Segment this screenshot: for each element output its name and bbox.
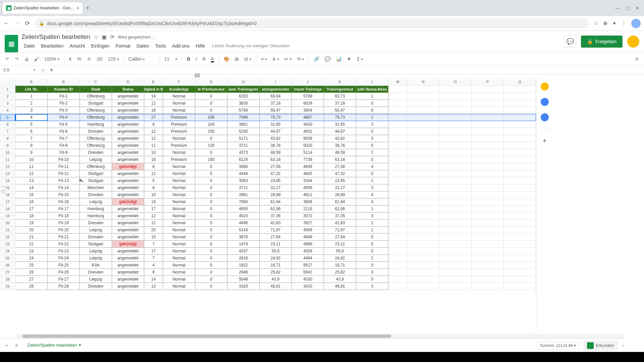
cell[interactable]: angemeldet <box>112 276 144 283</box>
cell[interactable]: Normal <box>163 149 195 156</box>
text-color-button[interactable]: A <box>209 55 216 64</box>
cell[interactable] <box>472 241 504 248</box>
cell[interactable]: 5048 <box>227 276 260 283</box>
column-header[interactable]: D <box>112 78 144 86</box>
share-button[interactable]: 🔒 Freigeben <box>581 36 623 48</box>
menu-item-ansicht[interactable]: Ansicht <box>67 42 87 50</box>
cell[interactable]: Fit-15 <box>48 191 80 198</box>
text-rotation-dropdown[interactable]: ⟲▾ <box>295 55 306 63</box>
cell[interactable]: 3183 <box>227 283 260 290</box>
cell[interactable]: angemeldet <box>112 121 144 128</box>
column-header[interactable]: L <box>356 78 388 86</box>
cell[interactable]: Premium <box>163 114 195 121</box>
cell[interactable]: Fit-21 <box>48 234 80 241</box>
cell[interactable] <box>504 135 536 142</box>
cell[interactable]: 3 <box>356 269 388 276</box>
extensions-icon[interactable]: ✦ <box>612 20 616 26</box>
cell[interactable] <box>439 149 472 156</box>
cell[interactable]: 4 <box>356 198 388 205</box>
cell[interactable]: 10 <box>144 191 163 198</box>
cell[interactable]: 16,71 <box>324 262 356 269</box>
cell[interactable]: 16 <box>144 156 163 163</box>
decrease-decimal-button[interactable]: .0 <box>85 55 93 63</box>
column-header[interactable]: J <box>292 78 324 86</box>
cell[interactable]: 26 <box>15 269 48 276</box>
cell[interactable]: 4448 <box>227 170 260 177</box>
menu-item-tools[interactable]: Tools <box>153 42 168 50</box>
cell[interactable]: Fit-14 <box>48 184 80 191</box>
cell[interactable]: 0 <box>195 149 227 156</box>
cell[interactable]: 20 <box>144 227 163 234</box>
cell[interactable]: 2946 <box>227 269 260 276</box>
cell[interactable] <box>472 114 504 121</box>
cell[interactable]: 27 <box>144 114 163 121</box>
cell[interactable]: 4558 <box>292 184 324 191</box>
cell[interactable]: 62,06 <box>260 205 292 213</box>
cell[interactable]: Fit-20 <box>48 227 80 234</box>
cell[interactable] <box>388 128 407 135</box>
cell[interactable]: Leipzig <box>80 227 112 234</box>
cell[interactable] <box>407 156 439 163</box>
cell[interactable] <box>504 220 536 227</box>
cell[interactable]: 2 <box>356 255 388 262</box>
cell[interactable]: 38,76 <box>260 142 292 149</box>
cell[interactable] <box>439 213 472 220</box>
cell[interactable] <box>472 255 504 262</box>
cell[interactable]: 0 <box>195 198 227 205</box>
cell[interactable] <box>472 156 504 163</box>
cell[interactable]: Stuttgart <box>80 170 112 177</box>
cell[interactable]: 0 <box>195 220 227 227</box>
cell[interactable] <box>472 283 504 290</box>
cell[interactable] <box>388 262 407 269</box>
last-edit-info[interactable]: Letzte Änderung vor wenigen Sekunden <box>212 42 289 50</box>
cell[interactable]: angemeldet <box>112 248 144 255</box>
reload-button[interactable]: ⟳ <box>25 20 30 27</box>
cell[interactable]: Normal <box>163 191 195 198</box>
row-header[interactable]: 9 <box>0 142 15 149</box>
cell[interactable]: 10 <box>144 234 163 241</box>
cell[interactable]: Fit-13 <box>48 177 80 184</box>
all-sheets-button[interactable]: ≡ <box>13 342 20 349</box>
row-header[interactable]: 18 <box>0 205 15 213</box>
cell[interactable] <box>388 142 407 149</box>
column-header[interactable]: N <box>407 78 439 86</box>
cell[interactable]: 71,87 <box>324 227 356 234</box>
cell[interactable]: 48,59 <box>324 149 356 156</box>
cell[interactable]: Hamburg <box>80 205 112 213</box>
cell[interactable] <box>407 149 439 156</box>
cell[interactable]: 0 <box>195 100 227 107</box>
cell[interactable]: 23 <box>15 248 48 255</box>
cell[interactable]: angemeldet <box>112 135 144 142</box>
calendar-icon[interactable] <box>541 82 549 90</box>
menu-item-hilfe[interactable]: Hilfe <box>193 42 207 50</box>
cell[interactable] <box>407 255 439 262</box>
cell[interactable]: 0 <box>195 248 227 255</box>
cell[interactable]: 3927 <box>292 220 324 227</box>
cell[interactable] <box>504 227 536 234</box>
explore-button[interactable]: Erkunden <box>584 340 618 351</box>
cell[interactable]: 3072 <box>292 213 324 220</box>
cell[interactable]: 6 <box>15 128 48 135</box>
cell[interactable] <box>439 198 472 205</box>
cell[interactable]: 3344 <box>292 177 324 184</box>
cell[interactable] <box>504 177 536 184</box>
cell[interactable] <box>407 128 439 135</box>
cell[interactable]: 4337 <box>227 248 260 255</box>
cell[interactable]: Hamburg <box>80 121 112 128</box>
cell[interactable]: 32,27 <box>324 184 356 191</box>
more-formats-dropdown[interactable]: 123▾ <box>106 55 120 63</box>
cell[interactable] <box>388 205 407 213</box>
cell[interactable]: 5114 <box>292 149 324 156</box>
cell[interactable] <box>407 100 439 107</box>
cell[interactable] <box>504 156 536 163</box>
cell[interactable]: 7 <box>144 255 163 262</box>
cell[interactable]: 28,89 <box>260 191 292 198</box>
cell[interactable]: 0 <box>356 234 388 241</box>
cell[interactable]: 2116 <box>292 205 324 213</box>
increase-decimal-button[interactable]: .00 <box>94 55 104 63</box>
cell[interactable]: 69,04 <box>260 93 292 100</box>
cell[interactable] <box>504 262 536 269</box>
cell[interactable] <box>504 248 536 255</box>
cell[interactable]: Normal <box>163 255 195 262</box>
cell[interactable] <box>504 107 536 114</box>
